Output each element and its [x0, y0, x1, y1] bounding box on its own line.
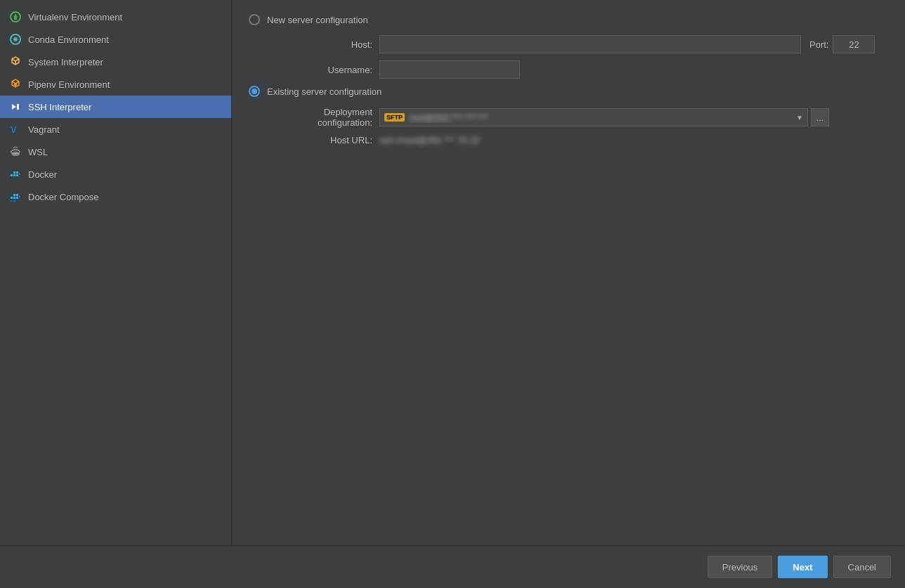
docker-compose-icon — [8, 190, 22, 204]
dialog: Virtualenv Environment Conda Environment… — [0, 0, 905, 588]
svg-rect-16 — [13, 197, 15, 199]
sidebar-item-docker[interactable]: Docker — [0, 163, 231, 185]
deployment-config-value: root@202.***.***.*** — [409, 112, 489, 123]
new-server-form: Host: Port: 22 Username: — [267, 35, 888, 79]
svg-rect-1 — [14, 17, 17, 20]
port-label: Port: — [809, 39, 828, 50]
host-url-label: Host URL: — [267, 135, 379, 145]
ssh-icon — [8, 100, 22, 114]
sidebar-item-virtualenv[interactable]: Virtualenv Environment — [0, 6, 231, 28]
new-server-label: New server configuration — [267, 15, 368, 25]
vagrant-icon: V — [8, 122, 22, 136]
sidebar-item-docker-label: Docker — [28, 169, 57, 180]
deployment-config-select[interactable]: SFTP root@202.***.***.*** ▼ — [379, 108, 808, 126]
sidebar-item-conda[interactable]: Conda Environment — [0, 28, 231, 51]
host-url-row: Host URL: ssh://root@202.***.70.22 — [267, 135, 888, 145]
deployment-dots-button[interactable]: ... — [811, 108, 829, 126]
sidebar-item-docker-compose[interactable]: Docker Compose — [0, 185, 231, 208]
new-server-radio[interactable] — [249, 14, 260, 25]
virtualenv-icon — [8, 10, 22, 24]
svg-rect-19 — [16, 194, 18, 196]
sidebar-item-docker-compose-label: Docker Compose — [28, 192, 98, 202]
sidebar-item-pipenv-label: Pipenv Environment — [28, 79, 110, 90]
sidebar: Virtualenv Environment Conda Environment… — [0, 0, 232, 545]
host-port-row: Host: Port: 22 — [267, 35, 888, 53]
svg-rect-12 — [16, 174, 18, 176]
sidebar-item-wsl[interactable]: WSL — [0, 141, 231, 163]
sidebar-item-ssh[interactable]: SSH Interpreter — [0, 96, 231, 118]
sidebar-item-vagrant-label: Vagrant — [28, 124, 60, 135]
pipenv-icon — [8, 77, 22, 91]
svg-rect-10 — [11, 174, 13, 176]
username-input[interactable] — [379, 60, 520, 79]
existing-server-radio[interactable] — [249, 86, 260, 97]
cancel-button[interactable]: Cancel — [833, 556, 891, 578]
deploy-select-text: SFTP root@202.***.***.*** — [384, 112, 489, 123]
sftp-badge: SFTP — [384, 113, 405, 122]
svg-rect-20 — [10, 200, 13, 202]
wsl-icon — [8, 145, 22, 159]
svg-point-4 — [14, 83, 17, 86]
deployment-config-row: Deployment configuration: SFTP root@202.… — [267, 107, 888, 128]
sidebar-item-wsl-label: WSL — [28, 147, 48, 157]
docker-icon — [8, 167, 22, 181]
svg-rect-6 — [17, 104, 19, 110]
sidebar-item-system[interactable]: System Interpreter — [0, 51, 231, 73]
svg-rect-14 — [16, 171, 18, 174]
content-area: New server configuration Host: Port: 22 … — [232, 0, 905, 545]
svg-text:V: V — [11, 124, 17, 135]
dropdown-arrow-icon: ▼ — [796, 114, 803, 122]
previous-button[interactable]: Previous — [708, 556, 773, 578]
new-server-radio-row[interactable]: New server configuration — [249, 14, 888, 25]
sidebar-item-vagrant[interactable]: V Vagrant — [0, 118, 231, 141]
host-url-value: ssh://root@202.***.70.22 — [379, 135, 480, 145]
svg-rect-13 — [13, 171, 15, 174]
existing-server-radio-row[interactable]: Existing server configuration — [249, 86, 888, 97]
svg-rect-11 — [13, 174, 15, 176]
dialog-footer: Previous Next Cancel — [0, 545, 905, 588]
conda-icon — [8, 32, 22, 46]
sidebar-item-pipenv[interactable]: Pipenv Environment — [0, 73, 231, 96]
svg-rect-21 — [13, 200, 16, 202]
username-label: Username: — [267, 65, 379, 75]
sidebar-item-ssh-label: SSH Interpreter — [28, 102, 91, 112]
existing-server-label: Existing server configuration — [267, 86, 382, 97]
next-button[interactable]: Next — [778, 556, 827, 578]
sidebar-item-conda-label: Conda Environment — [28, 34, 109, 45]
host-label: Host: — [267, 39, 379, 50]
system-icon — [8, 55, 22, 69]
svg-rect-15 — [11, 197, 13, 199]
dialog-body: Virtualenv Environment Conda Environment… — [0, 0, 905, 545]
svg-point-3 — [13, 37, 18, 41]
svg-marker-5 — [12, 104, 16, 110]
sidebar-item-system-label: System Interpreter — [28, 57, 103, 67]
svg-rect-17 — [16, 197, 18, 199]
svg-rect-18 — [13, 194, 15, 196]
port-input[interactable]: 22 — [833, 35, 875, 53]
username-row: Username: — [267, 60, 888, 79]
deployment-config-label: Deployment configuration: — [267, 107, 379, 128]
sidebar-item-virtualenv-label: Virtualenv Environment — [28, 12, 122, 22]
host-input[interactable] — [379, 35, 801, 53]
existing-server-form: Deployment configuration: SFTP root@202.… — [267, 107, 888, 145]
